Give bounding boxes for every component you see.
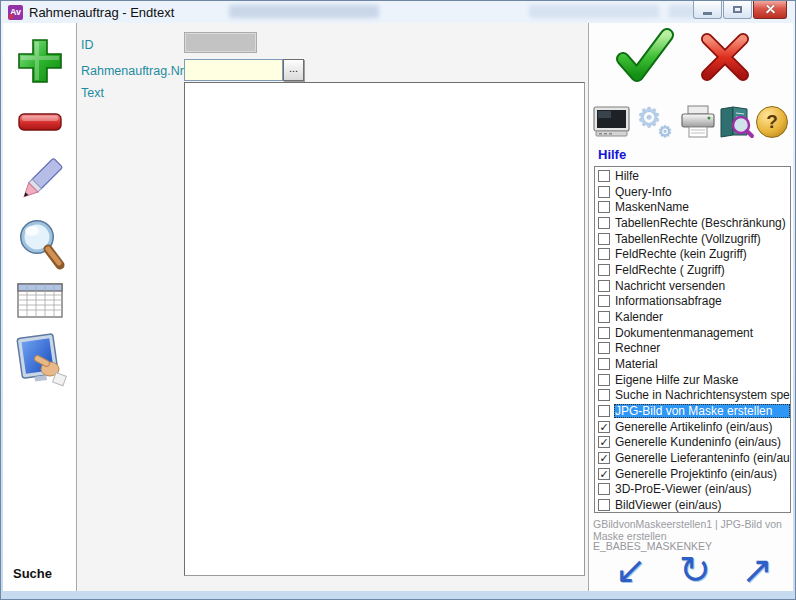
window-content: Suche ID Rahmenauftrag.Nr. ... Text xyxy=(3,23,793,591)
sidebar: Suche xyxy=(3,23,77,591)
checkbox[interactable]: ✓ xyxy=(598,452,610,464)
help-list-item[interactable]: JPG-Bild von Maske erstellen xyxy=(595,403,790,419)
arrow-forward-icon[interactable]: ↗ xyxy=(741,550,773,590)
order-number-input[interactable] xyxy=(184,59,283,81)
help-list-item[interactable]: ✓ Generelle Artikelinfo (ein/aus) xyxy=(595,419,790,435)
titlebar-ghost xyxy=(229,5,379,18)
help-item-label: Informationsabfrage xyxy=(614,294,790,308)
titlebar-ghost xyxy=(529,5,659,18)
checkbox[interactable] xyxy=(598,483,610,495)
help-item-label: TabellenRechte (Vollzugriff) xyxy=(614,232,790,246)
cancel-x-icon[interactable] xyxy=(697,31,753,83)
edit-pencil-icon[interactable] xyxy=(13,153,67,207)
checkbox[interactable] xyxy=(598,264,610,276)
help-list-item[interactable]: Dokumentenmanagement xyxy=(595,325,790,341)
app-window: Av Rahmenauftrag - Endtext xyxy=(0,0,796,600)
help-list-item[interactable]: BildViewer (ein/aus) xyxy=(595,497,790,513)
delete-minus-icon[interactable] xyxy=(17,111,63,133)
help-question-icon[interactable]: ? xyxy=(756,106,788,138)
titlebar[interactable]: Av Rahmenauftrag - Endtext xyxy=(1,1,795,23)
printer-icon[interactable] xyxy=(679,105,717,139)
id-label: ID xyxy=(81,38,94,52)
window-title: Rahmenauftrag - Endtext xyxy=(29,5,174,20)
checkbox[interactable] xyxy=(598,327,610,339)
help-item-label: Eigene Hilfe zur Maske xyxy=(614,373,790,387)
browse-button[interactable]: ... xyxy=(283,59,304,81)
help-item-label: Query-Info xyxy=(614,185,790,199)
maximize-button[interactable] xyxy=(723,1,752,19)
checkbox[interactable] xyxy=(598,233,610,245)
help-list-item[interactable]: FeldRechte ( Zugriff) xyxy=(595,262,790,278)
checkbox[interactable]: ✓ xyxy=(598,436,610,448)
settings-gears-icon[interactable]: ⚙ ⚙ xyxy=(637,105,673,139)
checkbox[interactable] xyxy=(598,201,610,213)
help-item-label: Nachricht versenden xyxy=(614,279,790,293)
help-item-label: Hilfe xyxy=(614,169,790,183)
help-list-item[interactable]: Nachricht versenden xyxy=(595,278,790,294)
help-list-item[interactable]: TabellenRechte (Vollzugriff) xyxy=(595,231,790,247)
screen-select-icon[interactable] xyxy=(12,333,68,391)
checkbox[interactable] xyxy=(598,311,610,323)
checkbox[interactable] xyxy=(598,217,610,229)
checkbox[interactable]: ✓ xyxy=(598,468,610,480)
checkbox[interactable] xyxy=(598,280,610,292)
checkbox[interactable] xyxy=(598,405,610,417)
table-grid-icon[interactable] xyxy=(16,281,64,321)
help-list-item[interactable]: Query-Info xyxy=(595,184,790,200)
arrow-refresh-icon[interactable]: ↻ xyxy=(679,550,711,590)
arrow-back-icon[interactable]: ↙ xyxy=(615,550,647,590)
add-plus-icon[interactable] xyxy=(14,35,66,87)
help-item-label: FeldRechte (kein Zugriff) xyxy=(614,247,790,261)
window-controls xyxy=(692,1,787,19)
checkbox[interactable] xyxy=(598,170,610,182)
help-item-label: 3D-ProE-Viewer (ein/aus) xyxy=(614,482,790,496)
confirm-check-icon[interactable] xyxy=(611,27,675,89)
help-item-label: Suche in Nachrichtensystem speicl xyxy=(614,388,790,402)
help-list-item[interactable]: ✓ Generelle Projektinfo (ein/aus) xyxy=(595,466,790,482)
help-list-item[interactable]: Informationsabfrage xyxy=(595,293,790,309)
help-item-label: Material xyxy=(614,357,790,371)
help-item-label: Generelle Lieferanteninfo (ein/aus) xyxy=(614,451,790,465)
help-list-item[interactable]: ✓ Generelle Kundeninfo (ein/aus) xyxy=(595,434,790,450)
help-options-list[interactable]: Hilfe Query-Info MaskenName TabellenRech… xyxy=(594,166,791,513)
help-item-label: TabellenRechte (Beschränkung) xyxy=(614,216,790,230)
help-list-item[interactable]: TabellenRechte (Beschränkung) xyxy=(595,215,790,231)
help-list-item[interactable]: Kalender xyxy=(595,309,790,325)
checkbox[interactable] xyxy=(598,358,610,370)
checkbox[interactable] xyxy=(598,342,610,354)
help-list-item[interactable]: Hilfe xyxy=(595,168,790,184)
help-item-label: Generelle Projektinfo (ein/aus) xyxy=(614,467,790,481)
help-list-item[interactable]: Eigene Hilfe zur Maske xyxy=(595,372,790,388)
checkbox[interactable] xyxy=(598,295,610,307)
document-search-icon[interactable] xyxy=(717,105,755,139)
checkbox[interactable] xyxy=(598,389,610,401)
order-number-label: Rahmenauftrag.Nr. xyxy=(81,64,187,78)
search-magnifier-icon[interactable] xyxy=(12,215,68,275)
help-item-label: Kalender xyxy=(614,310,790,324)
checkbox[interactable] xyxy=(598,248,610,260)
minimize-button[interactable] xyxy=(693,1,722,19)
help-list-item[interactable]: 3D-ProE-Viewer (ein/aus) xyxy=(595,481,790,497)
help-list-item[interactable]: Rechner xyxy=(595,340,790,356)
help-item-label: Rechner xyxy=(614,341,790,355)
checkbox[interactable] xyxy=(598,499,610,511)
search-section-label: Suche xyxy=(13,566,52,581)
app-icon: Av xyxy=(8,5,23,20)
id-field xyxy=(184,32,257,53)
help-item-label: Generelle Kundeninfo (ein/aus) xyxy=(614,435,790,449)
checkbox[interactable] xyxy=(598,186,610,198)
gear-icon: ⚙ xyxy=(658,122,672,141)
close-button[interactable] xyxy=(753,1,787,19)
screen-icon[interactable] xyxy=(593,105,631,139)
question-glyph: ? xyxy=(766,111,778,133)
text-input[interactable] xyxy=(184,82,585,576)
help-item-label: Generelle Artikelinfo (ein/aus) xyxy=(614,420,790,434)
help-list-item[interactable]: Suche in Nachrichtensystem speicl xyxy=(595,387,790,403)
help-list-item[interactable]: FeldRechte (kein Zugriff) xyxy=(595,246,790,262)
help-list-item[interactable]: Material xyxy=(595,356,790,372)
help-list-item[interactable]: MaskenName xyxy=(595,199,790,215)
checkbox[interactable]: ✓ xyxy=(598,421,610,433)
help-item-label: MaskenName xyxy=(614,200,790,214)
checkbox[interactable] xyxy=(598,374,610,386)
help-list-item[interactable]: ✓ Generelle Lieferanteninfo (ein/aus) xyxy=(595,450,790,466)
